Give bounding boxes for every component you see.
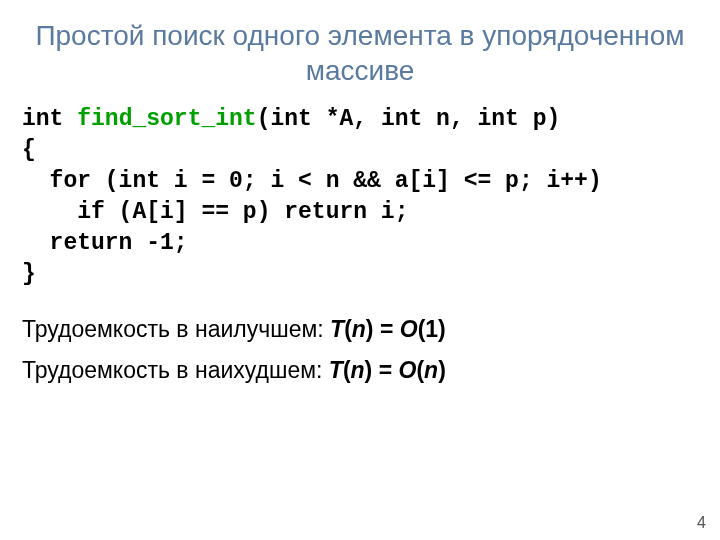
complexity-worst: Трудоемкость в наихудшем: T(n) = O(n) [22, 353, 698, 388]
T-sym-2: T [329, 357, 343, 383]
page-number: 4 [697, 514, 706, 532]
eq-2: = [372, 357, 398, 383]
best-label: Трудоемкость в наилучшем: [22, 316, 330, 342]
n-2: n [351, 357, 365, 383]
close-1: ) [366, 316, 374, 342]
n-1: n [352, 316, 366, 342]
n-3: n [424, 357, 438, 383]
O-1: O [400, 316, 418, 342]
code-l6: } [22, 261, 36, 287]
close-2: ) [438, 316, 446, 342]
code-l3: for (int i = 0; i < n && a[i] <= p; i++) [22, 168, 602, 194]
eq-1: = [374, 316, 400, 342]
open-4: ( [416, 357, 424, 383]
open-1: ( [344, 316, 352, 342]
code-l1-b: (int *A, int n, int p) [257, 106, 561, 132]
code-l4: if (A[i] == p) return i; [22, 199, 408, 225]
complexity-best: Трудоемкость в наилучшем: T(n) = O(1) [22, 312, 698, 347]
worst-label: Трудоемкость в наихудшем: [22, 357, 329, 383]
code-block: int find_sort_int(int *A, int n, int p) … [22, 104, 698, 290]
open-3: ( [343, 357, 351, 383]
one: 1 [425, 316, 438, 342]
close-4: ) [438, 357, 446, 383]
code-l2: { [22, 137, 36, 163]
T-sym: T [330, 316, 344, 342]
slide-title: Простой поиск одного элемента в упорядоч… [22, 18, 698, 88]
slide: Простой поиск одного элемента в упорядоч… [0, 0, 720, 540]
code-l1-a: int [22, 106, 77, 132]
code-l1-fn: find_sort_int [77, 106, 256, 132]
code-l5: return -1; [22, 230, 188, 256]
O-2: O [399, 357, 417, 383]
